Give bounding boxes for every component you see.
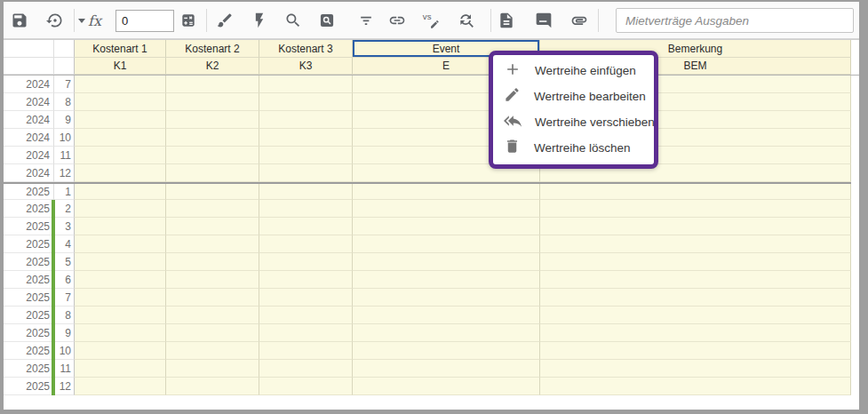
grid-cell[interactable] [259, 360, 353, 378]
column-header-k3[interactable]: Kostenart 3 [259, 40, 353, 58]
grid-cell[interactable] [166, 253, 259, 271]
row-month-header[interactable]: 7 [54, 289, 75, 307]
row-year-header[interactable]: 2025 [4, 378, 54, 395]
grid-cell[interactable] [75, 378, 166, 395]
grid-cell[interactable] [259, 342, 353, 360]
row-year-header[interactable]: 2024 [4, 93, 54, 111]
row-year-header[interactable]: 2025 [4, 342, 54, 360]
grid-cell[interactable] [259, 307, 353, 324]
grid-cell[interactable] [166, 93, 259, 111]
row-year-header[interactable]: 2025 [4, 200, 54, 218]
row-month-header[interactable]: 9 [54, 111, 75, 129]
menu-item[interactable]: Wertreihe einfügen [493, 58, 654, 84]
grid-cell[interactable] [353, 253, 540, 271]
grid-cell[interactable] [259, 164, 353, 182]
row-month-header[interactable]: 12 [54, 164, 75, 182]
row-year-header[interactable]: 2025 [4, 307, 54, 324]
grid-cell[interactable] [166, 360, 259, 378]
brush-button[interactable] [212, 8, 237, 33]
grid-cell[interactable] [166, 271, 259, 289]
grid-cell[interactable] [75, 147, 166, 164]
grid-cell[interactable] [75, 111, 166, 129]
grid-cell[interactable] [166, 111, 259, 129]
grid-cell[interactable] [75, 200, 166, 218]
grid-cell[interactable] [75, 129, 166, 147]
grid-cell[interactable] [353, 184, 540, 200]
grid-cell[interactable] [353, 378, 540, 395]
grid-cell[interactable] [540, 271, 851, 289]
row-month-header[interactable]: 1 [54, 184, 75, 200]
row-year-header[interactable]: 2024 [4, 76, 54, 93]
row-month-header[interactable]: 4 [54, 235, 75, 253]
grid-cell[interactable] [166, 200, 259, 218]
menu-item[interactable]: Wertreihe löschen [493, 135, 654, 161]
menu-item[interactable]: Wertreihe bearbeiten [493, 84, 654, 109]
row-month-header[interactable]: 11 [54, 147, 75, 164]
grid-cell[interactable] [540, 360, 851, 378]
row-month-header[interactable]: 10 [54, 342, 75, 360]
grid-cell[interactable] [166, 184, 259, 200]
menu-item[interactable]: Wertreihe verschieben [493, 109, 654, 135]
grid-cell[interactable] [540, 200, 851, 218]
formula-input[interactable] [115, 10, 174, 32]
grid-cell[interactable] [540, 218, 851, 235]
grid-cell[interactable] [259, 76, 353, 93]
column-header-k2[interactable]: Kostenart 2 [166, 40, 259, 58]
attachment-button[interactable] [567, 8, 592, 33]
comment-button[interactable] [531, 8, 556, 33]
grid-cell[interactable] [259, 235, 353, 253]
grid-cell[interactable] [353, 218, 540, 235]
grid-cell[interactable] [353, 342, 540, 360]
grid-cell[interactable] [166, 147, 259, 164]
filter-button[interactable] [354, 8, 378, 33]
grid-cell[interactable] [75, 235, 166, 253]
grid-cell[interactable] [75, 360, 166, 378]
vs-edit-button[interactable]: vs [418, 8, 443, 33]
grid-cell[interactable] [75, 289, 166, 307]
fx-dropdown[interactable]: fx [78, 8, 101, 33]
row-year-header[interactable]: 2025 [4, 271, 54, 289]
grid-cell[interactable] [259, 378, 353, 395]
grid-cell[interactable] [75, 184, 166, 200]
search-in-document-button[interactable] [315, 8, 339, 33]
grid-cell[interactable] [353, 200, 540, 218]
grid-cell[interactable] [259, 200, 353, 218]
grid-cell[interactable] [259, 184, 353, 200]
grid-cell[interactable] [166, 289, 259, 307]
row-year-header[interactable]: 2025 [4, 360, 54, 378]
column-header-k1[interactable]: Kostenart 1 [75, 40, 166, 58]
grid-cell[interactable] [540, 289, 851, 307]
grid-cell[interactable] [540, 342, 851, 360]
grid-cell[interactable] [166, 307, 259, 324]
document-button[interactable] [494, 8, 519, 33]
grid-cell[interactable] [540, 253, 851, 271]
grid-cell[interactable] [353, 289, 540, 307]
grid-cell[interactable] [75, 218, 166, 235]
search-button[interactable] [281, 8, 306, 33]
row-year-header[interactable]: 2025 [4, 253, 54, 271]
row-year-header[interactable]: 2024 [4, 111, 54, 129]
row-month-header[interactable]: 2 [54, 200, 75, 218]
grid-cell[interactable] [259, 218, 353, 235]
grid-cell[interactable] [259, 271, 353, 289]
grid-cell[interactable] [540, 184, 851, 200]
column-code-k3[interactable]: K3 [259, 58, 353, 75]
grid-cell[interactable] [353, 324, 540, 342]
row-year-header[interactable]: 2024 [4, 147, 54, 164]
grid-cell[interactable] [75, 76, 166, 93]
grid-cell[interactable] [75, 93, 166, 111]
history-restore-button[interactable] [43, 8, 68, 33]
grid-cell[interactable] [75, 324, 166, 342]
row-month-header[interactable]: 3 [54, 218, 75, 235]
grid-cell[interactable] [540, 378, 851, 395]
row-month-header[interactable]: 6 [54, 271, 75, 289]
grid-cell[interactable] [353, 271, 540, 289]
grid-cell[interactable] [259, 253, 353, 271]
row-year-header[interactable]: 2024 [4, 164, 54, 182]
flash-button[interactable] [247, 8, 272, 33]
grid-cell[interactable] [259, 289, 353, 307]
link-button[interactable] [385, 8, 410, 33]
row-month-header[interactable]: 5 [54, 253, 75, 271]
find-replace-button[interactable] [454, 8, 479, 33]
row-month-header[interactable]: 9 [54, 324, 75, 342]
